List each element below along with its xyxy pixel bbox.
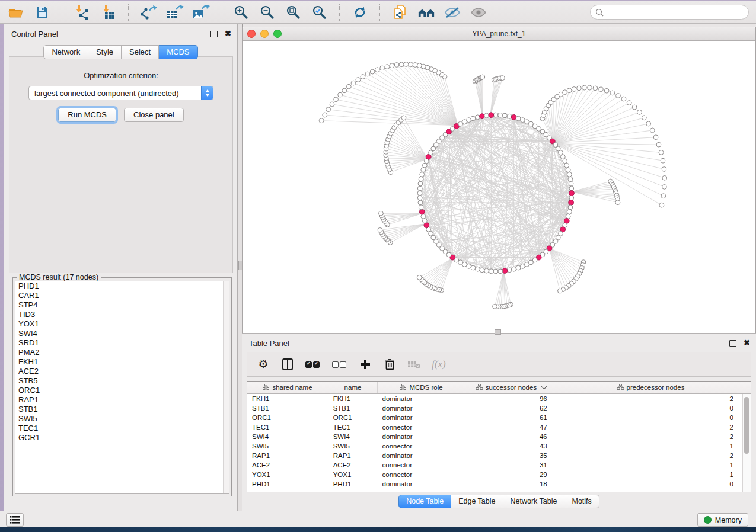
network-leaf-node[interactable] <box>351 81 356 85</box>
hide-selected-eye-slash-icon[interactable] <box>444 4 461 21</box>
mcds-result-item[interactable]: RAP1 <box>15 395 229 405</box>
network-leaf-node[interactable] <box>380 66 385 70</box>
network-leaf-node[interactable] <box>378 228 382 233</box>
tab-select[interactable]: Select <box>122 45 159 59</box>
mcds-result-item[interactable]: ACE2 <box>15 367 229 376</box>
delete-column-trash-icon[interactable] <box>383 357 396 372</box>
close-panel-button[interactable]: Close panel <box>124 108 184 122</box>
import-table-icon[interactable] <box>100 4 117 21</box>
network-node[interactable] <box>512 267 516 271</box>
show-columns-icon[interactable] <box>281 357 294 372</box>
network-leaf-node[interactable] <box>319 118 324 123</box>
network-node[interactable] <box>421 168 426 172</box>
network-node[interactable] <box>417 186 422 191</box>
mcds-result-item[interactable]: FKH1 <box>15 357 229 367</box>
network-leaf-node[interactable] <box>616 94 621 98</box>
table-row[interactable]: TEC1TEC1connector472 <box>247 422 743 432</box>
network-node[interactable] <box>567 172 572 177</box>
float-panel-icon[interactable] <box>210 31 218 37</box>
tab-mcds[interactable]: MCDS <box>159 45 197 59</box>
network-node[interactable] <box>563 159 567 164</box>
network-node[interactable] <box>418 200 423 205</box>
network-node[interactable] <box>480 268 484 273</box>
network-hub-node[interactable] <box>419 209 425 214</box>
column-header-MCDS-role[interactable]: MCDS role <box>378 382 465 393</box>
network-node[interactable] <box>569 186 574 191</box>
table-scrollbar[interactable] <box>742 394 751 492</box>
network-leaf-node[interactable] <box>653 135 658 140</box>
network-hub-node[interactable] <box>502 268 508 274</box>
network-leaf-node[interactable] <box>379 211 384 216</box>
network-node[interactable] <box>559 150 563 155</box>
network-leaf-node[interactable] <box>326 107 331 112</box>
network-leaf-node[interactable] <box>323 113 327 117</box>
network-leaf-node[interactable] <box>493 305 497 309</box>
network-node[interactable] <box>476 115 480 120</box>
table-settings-gear-icon[interactable]: ⚙ <box>257 357 270 372</box>
tab-edge-table[interactable]: Edge Table <box>451 495 503 508</box>
network-leaf-node[interactable] <box>615 200 620 205</box>
tab-motifs[interactable]: Motifs <box>564 495 599 508</box>
network-hub-node[interactable] <box>569 200 574 206</box>
clone-network-icon[interactable] <box>391 4 409 21</box>
network-node[interactable] <box>516 265 521 270</box>
mcds-result-item[interactable]: SWI5 <box>15 414 229 424</box>
open-session-icon[interactable] <box>7 4 25 21</box>
network-node[interactable] <box>567 210 572 214</box>
export-image-icon[interactable] <box>192 4 210 21</box>
table-row[interactable]: PHD1PHD1dominator180 <box>247 479 743 489</box>
network-leaf-node[interactable] <box>572 87 576 92</box>
network-leaf-node[interactable] <box>599 87 604 92</box>
network-node[interactable] <box>493 113 498 117</box>
network-leaf-node[interactable] <box>582 85 587 90</box>
network-node[interactable] <box>476 267 480 271</box>
mcds-result-item[interactable]: CAR1 <box>15 291 229 300</box>
network-leaf-node[interactable] <box>334 97 339 102</box>
network-leaf-node[interactable] <box>342 88 347 93</box>
zoom-in-icon[interactable] <box>232 4 250 21</box>
network-node[interactable] <box>507 114 512 118</box>
table-row[interactable]: ORC1ORC1dominator610 <box>247 413 743 422</box>
mcds-result-item[interactable]: STB5 <box>15 376 229 386</box>
deselect-all-icon[interactable] <box>332 357 347 372</box>
network-leaf-node[interactable] <box>500 76 505 81</box>
network-node[interactable] <box>484 268 489 273</box>
network-node[interactable] <box>467 118 471 123</box>
table-row[interactable]: SWI5SWI5connector431 <box>247 441 743 451</box>
mcds-result-item[interactable]: TID3 <box>15 310 229 319</box>
network-leaf-node[interactable] <box>365 72 370 76</box>
network-node[interactable] <box>564 163 569 168</box>
network-node[interactable] <box>420 172 425 177</box>
table-scrollbar-thumb[interactable] <box>744 397 749 454</box>
network-leaf-node[interactable] <box>346 84 351 89</box>
column-header-successor-nodes[interactable]: successor nodes <box>465 382 557 393</box>
network-hub-node[interactable] <box>489 113 494 118</box>
network-node[interactable] <box>418 181 423 186</box>
network-leaf-node[interactable] <box>338 92 343 97</box>
zoom-selected-icon[interactable] <box>311 4 328 21</box>
network-leaf-node[interactable] <box>390 63 394 68</box>
network-node[interactable] <box>498 269 503 274</box>
mcds-result-item[interactable]: TEC1 <box>15 424 229 433</box>
network-leaf-node[interactable] <box>662 167 666 172</box>
window-zoom-button[interactable] <box>273 30 282 38</box>
network-node[interactable] <box>471 116 476 121</box>
network-leaf-node[interactable] <box>558 289 563 293</box>
network-node[interactable] <box>569 196 574 200</box>
search-input[interactable] <box>607 8 744 17</box>
network-node[interactable] <box>498 113 503 117</box>
column-header-shared-name[interactable]: shared name <box>247 382 328 393</box>
network-node[interactable] <box>569 181 573 186</box>
import-network-icon[interactable] <box>74 4 91 21</box>
tab-network-table[interactable]: Network Table <box>503 495 565 508</box>
mcds-result-item[interactable]: STB1 <box>15 405 229 414</box>
network-node[interactable] <box>471 265 476 270</box>
network-node[interactable] <box>568 177 573 181</box>
network-node[interactable] <box>489 269 493 274</box>
mcds-result-list[interactable]: PHD1CAR1STP4TID3YOX1SWI4SRD1PMA2FKH1ACE2… <box>15 281 229 494</box>
table-row[interactable]: YOX1YOX1connector291 <box>247 470 743 479</box>
network-leaf-node[interactable] <box>404 62 409 67</box>
network-leaf-node[interactable] <box>661 158 665 163</box>
network-leaf-node[interactable] <box>413 63 417 68</box>
mcds-result-item[interactable]: SRD1 <box>15 338 229 348</box>
